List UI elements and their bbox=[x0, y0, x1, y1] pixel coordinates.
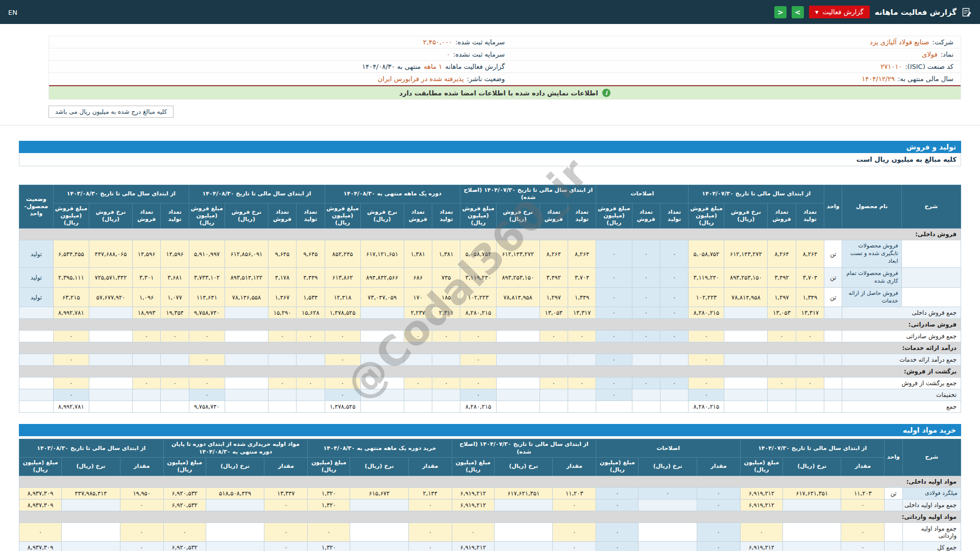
num-cell bbox=[268, 354, 296, 366]
num c-blue-cell: ۰ bbox=[325, 389, 360, 401]
num c-yellow-cell: ۰ bbox=[841, 523, 885, 542]
num c-yellow-cell: ۶,۹۱۹,۲۱۲ bbox=[740, 487, 782, 499]
column-header: نرخ فروش (ریال) bbox=[496, 203, 540, 229]
num c-yellow-cell: ۰ bbox=[768, 331, 796, 342]
num-cell bbox=[782, 542, 841, 551]
product-row: فروش محصولات تمام کاری شدهتن۳,۷۰۴۳,۴۹۲۸۹… bbox=[19, 268, 961, 288]
num c-blue-cell: ۰ bbox=[632, 240, 660, 268]
num-cell bbox=[268, 401, 296, 413]
num c-yellow-cell: ۰ bbox=[19, 523, 62, 542]
num-cell bbox=[639, 499, 697, 511]
num c-yellow-cell: ۷۸,۱۴۶,۵۵۸ bbox=[225, 287, 268, 307]
unit-cell: تن bbox=[824, 268, 842, 288]
column-header: تعداد فروش bbox=[132, 203, 160, 229]
fiscal-year-label: سال مالی منتهی به: bbox=[898, 75, 953, 83]
nav-back-button[interactable]: < bbox=[774, 6, 787, 18]
column-header: نرخ (ریال) bbox=[206, 457, 264, 475]
num c-yellow-cell: ۴,۴۴۹ bbox=[297, 268, 325, 288]
section-row: فروش داخلی: bbox=[19, 229, 961, 240]
top-bar: گزارش فعالیت ماهانه گزارش فعالیت ▾ > < E… bbox=[0, 0, 980, 24]
num c-yellow-cell: ۶,۹۱۹,۲۱۲ bbox=[452, 499, 494, 511]
num c-yellow-cell: ۰ bbox=[325, 331, 360, 342]
num-cell bbox=[19, 378, 54, 389]
num-cell bbox=[568, 354, 596, 366]
registered-capital-value: ۲,۴۵۰,۰۰۰ bbox=[423, 38, 452, 46]
column-header: تعداد فروش bbox=[404, 203, 432, 229]
num-cell bbox=[161, 389, 189, 401]
column-header: مواد اولیه خریداری شده از ابتدای دوره تا… bbox=[163, 439, 308, 458]
num c-blue-cell: ۰ bbox=[460, 389, 496, 401]
num c-yellow-cell: ۶۱۷,۱۲۱,۶۵۱ bbox=[360, 240, 404, 268]
num c-yellow-cell: ۰ bbox=[568, 378, 596, 389]
num c-yellow-cell: ۹,۶۴۵ bbox=[297, 240, 325, 268]
status-cell: تولید bbox=[19, 268, 54, 288]
sharh-cell bbox=[901, 240, 961, 268]
num-cell bbox=[225, 401, 268, 413]
label-cell: تخفیفات bbox=[842, 389, 961, 401]
num-cell bbox=[225, 389, 268, 401]
num c-blue-cell: ۰ bbox=[660, 268, 688, 288]
num-cell bbox=[632, 401, 660, 413]
num-cell bbox=[660, 401, 688, 413]
num-cell: ۸,۹۹۲,۷۸۱ bbox=[53, 401, 89, 413]
num-cell bbox=[782, 523, 841, 542]
num c-blue-cell: ۰ bbox=[689, 389, 724, 401]
column-header: نرخ (ریال) bbox=[62, 457, 120, 475]
num-cell: ۰ bbox=[120, 542, 163, 551]
num c-yellow-cell: ۰ bbox=[132, 331, 160, 342]
num-cell bbox=[724, 331, 768, 342]
num c-yellow-cell: ۶۱۳,۸۶۲ bbox=[325, 268, 360, 288]
num-cell bbox=[496, 389, 540, 401]
column-header: مقدار bbox=[697, 457, 740, 475]
num c-yellow-cell: ۰ bbox=[540, 378, 568, 389]
num-cell bbox=[632, 389, 660, 401]
section-label-cell: مواد اولیه وارداتی: bbox=[19, 511, 961, 523]
nav-forward-button[interactable]: > bbox=[792, 6, 804, 18]
num c-yellow-cell: ۶۱۲,۸۵۶,۰۹۱ bbox=[225, 240, 268, 268]
topbar-left-group: EN bbox=[8, 7, 17, 17]
section-label-cell: مواد اولیه داخلی: bbox=[19, 475, 961, 487]
report-type-button[interactable]: گزارش فعالیت ▾ bbox=[809, 6, 870, 18]
num c-blue-cell: ۰ bbox=[632, 287, 660, 307]
num-cell bbox=[432, 389, 460, 401]
column-header: از ابتدای سال مالی تا تاریخ ۱۴۰۴/۰۸/۳۰ bbox=[189, 185, 325, 204]
num-cell bbox=[132, 389, 160, 401]
num-cell bbox=[360, 378, 404, 389]
column-header: وضعیت محصول-واحد bbox=[19, 185, 54, 229]
chevron-back-icon: < bbox=[777, 8, 783, 16]
num c-yellow-cell: ۶۸۶ bbox=[404, 268, 432, 288]
section-header-sales: تولید و فروش bbox=[19, 141, 961, 153]
num-cell: ۸,۲۸۰,۲۱۵ bbox=[689, 401, 724, 413]
section-label-cell: فروش صادراتی: bbox=[19, 319, 961, 331]
num c-yellow-cell: ۰ bbox=[432, 331, 460, 342]
language-toggle[interactable]: EN bbox=[8, 9, 17, 16]
unregistered-capital-field: سرمایه ثبت نشده: ۰ bbox=[56, 51, 505, 58]
num c-yellow-cell: ۶۳,۲۱۵ bbox=[53, 287, 89, 307]
num c-yellow-cell: ۶۱۷,۶۲۱,۳۵۱ bbox=[782, 487, 841, 499]
num-cell bbox=[639, 542, 697, 551]
num-cell bbox=[494, 523, 553, 542]
num c-yellow-cell: ۵,۰۵۸,۷۵۲ bbox=[689, 240, 724, 268]
num-cell bbox=[639, 523, 697, 542]
num c-yellow-cell: ۱,۳۴۹ bbox=[568, 287, 596, 307]
label-cell: جمع مواد اولیه وارداتی bbox=[902, 523, 961, 542]
info-icon: i bbox=[602, 89, 610, 97]
num-cell bbox=[225, 331, 268, 342]
num-cell bbox=[206, 523, 264, 542]
amounts-note-wrap: کلیه مبالغ درج شده به میلیون ریال می باش… bbox=[48, 106, 961, 118]
num c-blue-cell: ۰ bbox=[596, 542, 639, 551]
num c-yellow-cell: ۰ bbox=[408, 499, 452, 511]
num-cell bbox=[89, 307, 132, 319]
num c-yellow-cell: ۰ bbox=[161, 378, 189, 389]
column-header: مبلغ (میلیون ریال) bbox=[19, 457, 62, 475]
unit-cell bbox=[824, 378, 842, 389]
num c-blue-cell: ۰ bbox=[596, 354, 632, 366]
column-header: از ابتدای سال مالی تا تاریخ ۱۴۰۴/۰۷/۳۰ (… bbox=[452, 439, 596, 458]
num-cell bbox=[496, 307, 540, 319]
num-cell bbox=[496, 378, 540, 389]
section-label-cell: فروش داخلی: bbox=[19, 229, 961, 240]
column-header: مبلغ (میلیون ریال) bbox=[596, 457, 639, 475]
num c-yellow-cell: ۰ bbox=[268, 331, 296, 342]
column-header: مبلغ فروش (میلیون ریال) bbox=[460, 203, 496, 229]
num c-yellow-cell: ۰ bbox=[308, 523, 350, 542]
